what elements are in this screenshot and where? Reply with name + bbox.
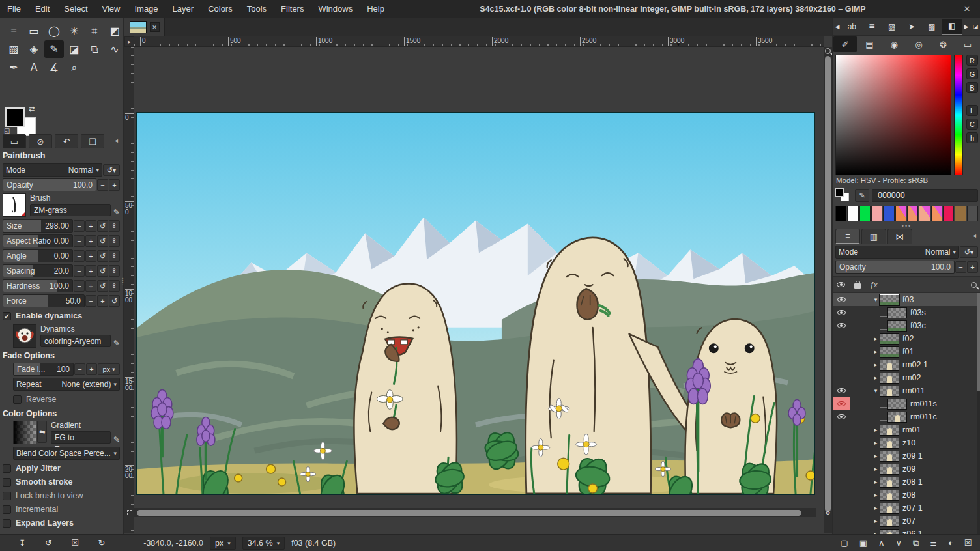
layer-row-f03c[interactable]: f03c bbox=[833, 319, 978, 332]
channel-C-button[interactable]: C bbox=[966, 119, 978, 130]
menu-filters[interactable]: Filters bbox=[274, 0, 311, 18]
layer-opacity-slider[interactable]: Opacity100.0 bbox=[835, 261, 955, 274]
history-swatch-11[interactable] bbox=[967, 206, 978, 221]
layer-mode-dropdown[interactable]: Mode Normal ▾ bbox=[835, 246, 959, 259]
angle-plus-button[interactable]: + bbox=[85, 250, 96, 262]
spacing-reset-button[interactable]: ↺ bbox=[97, 265, 108, 277]
apply-jitter-checkbox[interactable]: Apply Jitter bbox=[3, 462, 120, 475]
new-group-button[interactable]: ▣ bbox=[859, 538, 867, 548]
layer-row-z07[interactable]: ▸z07 bbox=[833, 515, 978, 528]
force-slider[interactable]: Force50.0 bbox=[3, 294, 85, 307]
layer-expander[interactable]: ▸ bbox=[872, 440, 880, 446]
device-status-tab[interactable]: ⊘ bbox=[29, 134, 52, 148]
next-tabs-arrow[interactable]: ▶ bbox=[962, 19, 971, 35]
vertical-ruler[interactable]: 0500100015002000 bbox=[124, 47, 134, 533]
size-plus-button[interactable]: + bbox=[85, 220, 96, 232]
aspect-ratio-plus-button[interactable]: + bbox=[85, 235, 96, 247]
raise-layer-button[interactable]: ∧ bbox=[878, 538, 885, 548]
channel-h-button[interactable]: h bbox=[966, 132, 978, 143]
lock-icon[interactable] bbox=[854, 283, 861, 289]
saturation-value-square[interactable] bbox=[835, 55, 951, 175]
hex-input[interactable]: 000000 bbox=[872, 189, 978, 202]
layer-expander[interactable]: ▸ bbox=[872, 361, 880, 368]
menu-windows[interactable]: Windows bbox=[311, 0, 360, 18]
visibility-toggle[interactable] bbox=[833, 449, 850, 462]
visibility-toggle[interactable] bbox=[833, 502, 850, 515]
size-minus-button[interactable]: − bbox=[74, 220, 85, 232]
hardness-minus-button[interactable]: − bbox=[74, 280, 85, 292]
channels-tab[interactable]: ▥ bbox=[861, 229, 886, 244]
fuzzy-select-tool[interactable]: ✳ bbox=[65, 22, 84, 40]
hardness-plus-button[interactable]: + bbox=[85, 280, 96, 292]
spacing-slider[interactable]: Spacing20.0 bbox=[3, 264, 73, 277]
hardness-link-button[interactable]: ∞ bbox=[109, 280, 120, 292]
hue-strip[interactable] bbox=[954, 55, 963, 175]
opacity-plus-button[interactable]: + bbox=[109, 179, 120, 191]
visibility-toggle[interactable] bbox=[833, 436, 850, 449]
quick-mask-toggle[interactable] bbox=[124, 508, 134, 517]
layer-row-z08[interactable]: ▸z08 bbox=[833, 488, 978, 502]
channel-B-button[interactable]: B bbox=[966, 82, 978, 93]
paths-tool[interactable]: ✒ bbox=[4, 59, 23, 76]
ruler-corner-button[interactable]: ▸ bbox=[124, 36, 134, 47]
history-swatch-3[interactable] bbox=[871, 206, 882, 221]
layer-expander[interactable]: ▾ bbox=[872, 296, 880, 303]
dynamics-thumbnail[interactable] bbox=[13, 324, 36, 348]
menu-select[interactable]: Select bbox=[57, 0, 94, 18]
fade-length-slider[interactable]: Fade l... 100 bbox=[13, 363, 74, 376]
mode-reset-button[interactable]: ↺▾ bbox=[103, 164, 120, 176]
angle-link-button[interactable]: ∞ bbox=[109, 250, 120, 262]
visibility-toggle[interactable] bbox=[833, 345, 850, 358]
reverse-checkbox[interactable]: Reverse bbox=[13, 393, 120, 406]
aspect-ratio-link-button[interactable]: ∞ bbox=[109, 235, 120, 247]
visibility-toggle[interactable] bbox=[833, 293, 850, 306]
visibility-toggle[interactable] bbox=[833, 410, 850, 423]
layer-expander[interactable]: ▸ bbox=[872, 348, 880, 355]
layer-opacity-minus-button[interactable]: − bbox=[955, 261, 966, 273]
fade-minus-button[interactable]: − bbox=[74, 363, 85, 375]
hardness-slider[interactable]: Hardness100.0 bbox=[3, 279, 73, 292]
layer-expander[interactable]: ▸ bbox=[872, 466, 880, 472]
mask-layer-button[interactable]: ◐ bbox=[948, 538, 953, 548]
fonts-tab[interactable]: ab bbox=[842, 19, 862, 35]
layer-opacity-plus-button[interactable]: + bbox=[967, 261, 978, 273]
visibility-toggle[interactable] bbox=[833, 488, 850, 502]
wheel-tab[interactable]: ◎ bbox=[906, 36, 931, 52]
menu-layer[interactable]: Layer bbox=[166, 0, 201, 18]
free-select-tool[interactable]: ◯ bbox=[44, 22, 64, 40]
horizontal-scrollbar-thumb[interactable] bbox=[137, 510, 801, 516]
menu-view[interactable]: View bbox=[95, 0, 128, 18]
history-swatch-10[interactable] bbox=[955, 206, 966, 221]
restore-preset-button[interactable]: ↺ bbox=[45, 538, 52, 548]
layer-row-f02[interactable]: ▸f02 bbox=[833, 332, 978, 345]
gradients-tab[interactable]: ▨ bbox=[882, 19, 902, 35]
colors-tab[interactable]: ◧ bbox=[942, 19, 962, 35]
lower-layer-button[interactable]: ∨ bbox=[895, 538, 902, 548]
layer-expander[interactable]: ▾ bbox=[872, 388, 880, 394]
brushes-tab[interactable]: ≣ bbox=[862, 19, 882, 35]
channel-R-button[interactable]: R bbox=[966, 55, 978, 66]
visibility-toggle[interactable] bbox=[833, 397, 850, 410]
aspect-ratio-reset-button[interactable]: ↺ bbox=[97, 235, 108, 247]
dock-menu-button[interactable]: ◪ bbox=[971, 19, 980, 35]
angle-reset-button[interactable]: ↺ bbox=[97, 250, 108, 262]
scales-tab[interactable]: ▭ bbox=[955, 36, 980, 52]
layer-row-z09[interactable]: ▸z09 bbox=[833, 462, 978, 475]
mode-dropdown[interactable]: Mode Normal ▾ bbox=[3, 163, 102, 177]
zoom-dropdown[interactable]: 34.6 %▾ bbox=[242, 537, 285, 550]
layers-scrollbar[interactable] bbox=[977, 293, 980, 536]
menu-tools[interactable]: Tools bbox=[240, 0, 274, 18]
history-swatch-0[interactable] bbox=[835, 206, 846, 221]
channel-L-button[interactable]: L bbox=[966, 105, 978, 116]
smudge-tool[interactable]: ∿ bbox=[105, 40, 124, 58]
layer-expander[interactable]: ▸ bbox=[872, 427, 880, 433]
layer-row-f01[interactable]: ▸f01 bbox=[833, 345, 978, 358]
history-swatch-2[interactable] bbox=[859, 206, 871, 221]
visibility-toggle[interactable] bbox=[833, 475, 850, 488]
visibility-toggle[interactable] bbox=[833, 423, 850, 436]
size-slider[interactable]: Size298.00 bbox=[3, 219, 73, 233]
duplicate-layer-button[interactable]: ⧉ bbox=[913, 538, 919, 548]
opacity-minus-button[interactable]: − bbox=[97, 179, 108, 191]
visibility-toggle[interactable] bbox=[833, 462, 850, 475]
flip-gradient-button[interactable]: ⇋ bbox=[37, 421, 47, 443]
